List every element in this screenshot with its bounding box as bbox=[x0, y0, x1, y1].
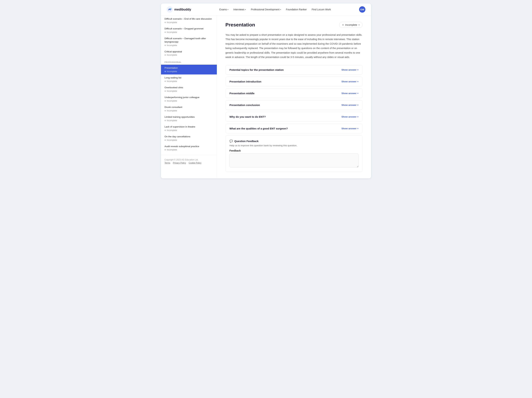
sidebar-item-endoflife[interactable]: Difficult scenario – End of life care di… bbox=[161, 16, 217, 25]
sidebar-item-overbooked[interactable]: Overbooked clinic Incomplete bbox=[161, 84, 217, 94]
nav-foundation-ranker[interactable]: Foundation Ranker bbox=[286, 8, 307, 11]
copyright-text: Copyright © 2023 AG Education Ltd. bbox=[165, 158, 213, 161]
main-content: Presentation Incomplete ▾ You may be ask… bbox=[217, 16, 371, 178]
show-answer-btn-4[interactable]: Show answer + bbox=[342, 115, 359, 118]
avatar[interactable]: GW bbox=[359, 6, 365, 13]
sidebar-item-drunk-consultant[interactable]: Drunk consultant Incomplete bbox=[161, 104, 217, 114]
sidebar-item-lack-supervision[interactable]: Lack of supervision in theatre Incomplet… bbox=[161, 124, 217, 133]
show-answer-btn-3[interactable]: Show answer + bbox=[342, 104, 359, 106]
status-dot bbox=[165, 110, 166, 111]
status-dropdown-label: Incomplete bbox=[345, 23, 357, 26]
sidebar-section-professional: Professional bbox=[161, 58, 217, 65]
sidebar-footer: Copyright © 2023 AG Education Ltd. Terms… bbox=[161, 155, 217, 166]
status-dot bbox=[165, 90, 166, 92]
footer-links: Terms · Privacy Policy · Cookie Policy bbox=[165, 162, 213, 164]
feedback-icon: 💬 bbox=[229, 139, 233, 143]
status-dot bbox=[165, 100, 166, 102]
sidebar: Difficult scenario – End of life care di… bbox=[161, 16, 217, 178]
status-dot bbox=[165, 139, 166, 141]
feedback-textarea[interactable] bbox=[229, 153, 359, 168]
accordion-item-potential-topics[interactable]: Potential topics for the presentation st… bbox=[225, 65, 363, 75]
nav-exams[interactable]: Exams ▾ bbox=[219, 8, 228, 11]
sidebar-item-limited-training[interactable]: Limited training opportunities Incomplet… bbox=[161, 114, 217, 124]
status-dot bbox=[165, 130, 166, 131]
sidebar-item-damaged-tooth[interactable]: Difficult scenario – Damaged tooth after… bbox=[161, 35, 217, 48]
logo-text: medibuddy bbox=[174, 8, 191, 11]
content-header: Presentation Incomplete ▾ bbox=[225, 22, 363, 28]
feedback-section: 💬 Question Feedback Help us to improve t… bbox=[225, 135, 363, 172]
cookie-link[interactable]: Cookie Policy bbox=[189, 162, 202, 164]
status-dot bbox=[165, 149, 166, 150]
status-dot bbox=[165, 32, 166, 33]
logo-icon bbox=[167, 6, 173, 13]
accordion-item-conclusion[interactable]: Presentation conclusion Show answer + bbox=[225, 100, 363, 110]
nav-find-locum-work[interactable]: Find Locum Work bbox=[312, 8, 331, 11]
status-dot bbox=[165, 120, 166, 121]
nav-professional-development[interactable]: Professional Development ▾ bbox=[251, 8, 281, 11]
privacy-link[interactable]: Privacy Policy bbox=[173, 162, 186, 164]
nav-interviews[interactable]: Interviews ▾ bbox=[233, 8, 246, 11]
logo[interactable]: medibuddy bbox=[167, 6, 191, 13]
terms-link[interactable]: Terms bbox=[165, 162, 170, 164]
sidebar-item-critical-appraisal[interactable]: Critical appraisal Incomplete bbox=[161, 48, 217, 58]
status-dropdown[interactable]: Incomplete ▾ bbox=[339, 22, 363, 28]
main-nav: Exams ▾ Interviews ▾ Professional Develo… bbox=[219, 8, 331, 11]
show-answer-btn-1[interactable]: Show answer + bbox=[342, 80, 359, 83]
accordion-item-why-ent[interactable]: Why do you want to do ENT? Show answer + bbox=[225, 112, 363, 122]
show-answer-btn-2[interactable]: Show answer + bbox=[342, 92, 359, 95]
status-dot bbox=[165, 45, 166, 46]
show-answer-btn-0[interactable]: Show answer + bbox=[342, 68, 359, 71]
status-dot bbox=[165, 22, 166, 23]
profdev-chevron-icon: ▾ bbox=[280, 9, 281, 11]
status-dropdown-chevron-icon: ▾ bbox=[359, 24, 360, 26]
accordion-item-qualities[interactable]: What are the qualities of a good ENT sur… bbox=[225, 124, 363, 133]
feedback-label: Feedback bbox=[229, 149, 359, 152]
sidebar-item-dropped-grommet[interactable]: Difficult scenario – Dropped grommet Inc… bbox=[161, 25, 217, 35]
body-layout: Difficult scenario – End of life care di… bbox=[161, 16, 371, 178]
interviews-chevron-icon: ▾ bbox=[245, 9, 246, 11]
status-dot bbox=[165, 54, 166, 56]
sidebar-item-audit[interactable]: Audit reveals suboptimal practice Incomp… bbox=[161, 143, 217, 153]
page-title: Presentation bbox=[225, 22, 255, 28]
accordion-item-middle[interactable]: Presentation middle Show answer + bbox=[225, 88, 363, 98]
show-answer-btn-5[interactable]: Show answer + bbox=[342, 127, 359, 130]
exams-chevron-icon: ▾ bbox=[228, 9, 228, 11]
feedback-subtitle: Help us to improve this question bank by… bbox=[229, 144, 359, 147]
accordion-item-intro[interactable]: Presentation introduction Show answer + bbox=[225, 77, 363, 86]
feedback-title: Question Feedback bbox=[234, 140, 259, 143]
status-dot-active bbox=[165, 71, 166, 72]
sidebar-item-underperforming[interactable]: Underperforming junior colleague Incompl… bbox=[161, 94, 217, 104]
status-dot bbox=[165, 81, 166, 82]
sidebar-item-presentation[interactable]: Presentation Incomplete bbox=[161, 65, 217, 74]
description-text: You may be asked to prepare a short pres… bbox=[225, 33, 363, 59]
app-header: medibuddy Exams ▾ Interviews ▾ Professio… bbox=[161, 4, 371, 16]
sidebar-item-on-the-day[interactable]: On the day cancellations Incomplete bbox=[161, 133, 217, 143]
feedback-header: 💬 Question Feedback bbox=[229, 139, 359, 143]
sidebar-item-long-waiting[interactable]: Long waiting list Incomplete bbox=[161, 74, 217, 84]
status-dropdown-dot bbox=[342, 24, 344, 26]
